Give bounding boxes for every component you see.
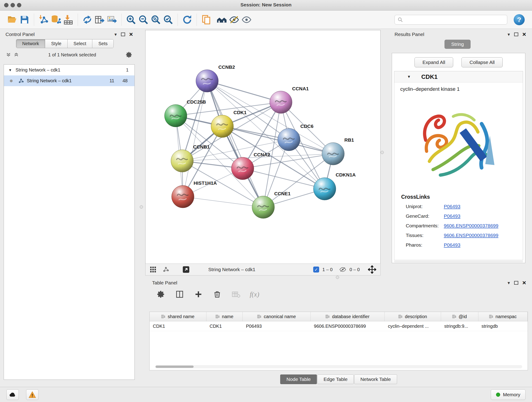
left-splitter-handle[interactable] [140, 205, 143, 209]
panel-menu-icon[interactable]: ▾ [114, 32, 117, 37]
column-header--id[interactable]: @id [441, 312, 478, 321]
network-view-canvas[interactable]: CCNB2CCNA1CDC25BCDK1CDC6RB1CCNB1CCNA2CDK… [145, 30, 380, 264]
crosslink-link[interactable]: P06493 [444, 213, 460, 219]
edge-CCNB2-HIST1H1A[interactable] [183, 81, 207, 197]
import-network-from-database-button[interactable] [50, 13, 62, 26]
network-row-selected[interactable]: String Network – cdk1 11 48 [4, 75, 134, 86]
column-header-canonical-name[interactable]: canonical name [243, 312, 311, 321]
tab-network-table[interactable]: Network Table [354, 375, 397, 384]
table-settings-button[interactable] [156, 289, 166, 299]
right-splitter-handle[interactable] [380, 151, 384, 154]
expand-all-button[interactable]: Expand All [414, 57, 453, 67]
cloud-status-button[interactable] [6, 389, 19, 400]
save-session-button[interactable] [18, 13, 31, 26]
create-column-button[interactable] [193, 289, 203, 299]
warnings-button[interactable] [26, 389, 38, 400]
edge-CCNB2-CCNE1[interactable] [207, 81, 263, 207]
node-CCNE1[interactable] [252, 196, 274, 218]
results-scrollbar[interactable] [394, 261, 523, 262]
table-cell[interactable]: stringdb [478, 321, 528, 331]
tab-network[interactable]: Network [16, 39, 45, 48]
column-header-name[interactable]: name [206, 312, 243, 321]
export-table-button[interactable] [94, 13, 106, 26]
tab-sets[interactable]: Sets [92, 39, 114, 48]
float-panel-icon[interactable] [121, 32, 125, 36]
duplicate-document-button[interactable] [200, 13, 212, 26]
tab-string[interactable]: String [444, 40, 471, 49]
selected-checkbox-icon[interactable]: ✓ [313, 267, 319, 273]
expand-all-icon[interactable] [14, 52, 19, 57]
collapse-triangle-icon[interactable]: ▼ [8, 68, 12, 72]
pan-crosshair-icon[interactable] [368, 265, 376, 274]
refresh-button[interactable] [181, 13, 193, 26]
node-CDK1[interactable] [211, 115, 234, 138]
collapse-all-icon[interactable] [6, 52, 11, 57]
edge-CCNB2-CCNA1[interactable] [207, 81, 281, 102]
table-cell[interactable]: stringdb:9... [441, 321, 478, 331]
import-network-from-file-button[interactable] [37, 13, 50, 26]
close-panel-icon[interactable]: × [522, 280, 526, 285]
export-network-button[interactable] [81, 13, 94, 26]
export-image-button[interactable] [106, 13, 118, 26]
tab-select[interactable]: Select [68, 39, 93, 48]
gear-icon[interactable] [126, 51, 133, 58]
network-thumbnail-icon[interactable] [162, 266, 169, 273]
function-builder-button[interactable]: f(x) [250, 290, 259, 298]
close-panel-icon[interactable]: × [129, 32, 133, 37]
float-panel-icon[interactable] [514, 281, 518, 285]
table-row[interactable]: CDK1CDK1P064939606.ENSP00000378699cyclin… [150, 321, 528, 331]
hidden-eye-slash-icon[interactable] [339, 267, 346, 273]
memory-button[interactable]: Memory [491, 389, 526, 400]
panel-menu-icon[interactable]: ▾ [508, 281, 510, 285]
network-graph[interactable]: CCNB2CCNA1CDC25BCDK1CDC6RB1CCNB1CCNA2CDK… [146, 30, 380, 264]
table-cell[interactable]: CDK1 [206, 321, 243, 331]
crosslink-link[interactable]: P06493 [444, 204, 460, 209]
tab-edge-table[interactable]: Edge Table [317, 375, 354, 384]
column-header-database-identifier[interactable]: database identifier [311, 312, 385, 321]
open-session-button[interactable] [6, 13, 18, 26]
crosslink-link[interactable]: 9606.ENSP00000378699 [444, 223, 498, 228]
grid-view-icon[interactable] [150, 266, 157, 273]
hide-annotations-button[interactable] [228, 13, 240, 26]
search-input[interactable] [403, 17, 504, 22]
edge-HIST1H1A-CCNE1[interactable] [183, 197, 263, 207]
scrollbar-thumb[interactable] [156, 366, 194, 368]
table-cell[interactable]: P06493 [243, 321, 311, 331]
column-header-namespac[interactable]: namespac [478, 312, 528, 321]
network-collection-row[interactable]: ▼ String Network – cdk1 1 [4, 65, 134, 75]
help-button[interactable]: ? [514, 14, 525, 25]
gene-section-header[interactable]: ▼ CDK1 [394, 71, 523, 83]
import-table-button[interactable] [62, 13, 75, 26]
node-CCNA2[interactable] [231, 157, 254, 180]
node-HIST1H1A[interactable] [172, 185, 194, 208]
zoom-fit-button[interactable] [150, 13, 162, 26]
zoom-selected-button[interactable] [162, 13, 174, 26]
show-annotations-button[interactable] [240, 13, 253, 26]
open-in-new-icon[interactable] [182, 266, 190, 274]
panel-menu-icon[interactable]: ▾ [508, 32, 510, 37]
tab-node-table[interactable]: Node Table [280, 375, 317, 384]
zoom-in-button[interactable] [125, 13, 137, 26]
node-CDC6[interactable] [278, 128, 300, 151]
close-panel-icon[interactable]: × [522, 32, 526, 37]
show-graphics-details-button[interactable] [215, 13, 228, 26]
search-box[interactable] [394, 15, 507, 25]
collapse-all-button[interactable]: Collapse All [462, 57, 503, 67]
delete-column-button[interactable] [212, 289, 222, 299]
column-header-description[interactable]: description [385, 312, 441, 321]
crosslink-link[interactable]: 9606.ENSP00000378699 [444, 233, 498, 238]
column-header-shared-name[interactable]: shared name [150, 312, 206, 321]
node-CCNA1[interactable] [270, 91, 292, 114]
collapse-triangle-icon[interactable]: ▼ [407, 75, 411, 79]
table-cell[interactable]: 9606.ENSP00000378699 [311, 321, 385, 331]
tab-style[interactable]: Style [45, 39, 67, 48]
show-columns-button[interactable] [175, 289, 185, 299]
float-panel-icon[interactable] [514, 32, 518, 36]
table-cell[interactable]: cyclin–dependent ... [385, 321, 441, 331]
table-horizontal-scrollbar[interactable] [155, 365, 522, 368]
crosslink-link[interactable]: P06493 [444, 242, 460, 248]
node-CCNB1[interactable] [171, 150, 193, 172]
table-cell[interactable]: CDK1 [150, 321, 206, 331]
node-CCNB2[interactable] [196, 70, 218, 92]
zoom-out-button[interactable] [137, 13, 150, 26]
